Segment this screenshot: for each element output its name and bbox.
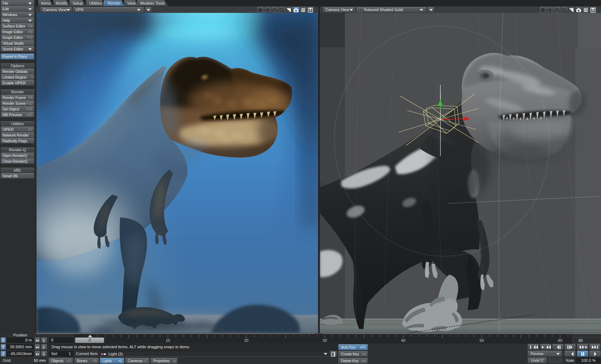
svg-text:20: 20: [244, 338, 248, 343]
svg-text:40: 40: [401, 338, 405, 343]
svg-text:30: 30: [323, 338, 327, 343]
svg-text:50: 50: [479, 338, 484, 343]
svg-text:60: 60: [558, 338, 562, 343]
svg-text:10: 10: [166, 338, 170, 343]
